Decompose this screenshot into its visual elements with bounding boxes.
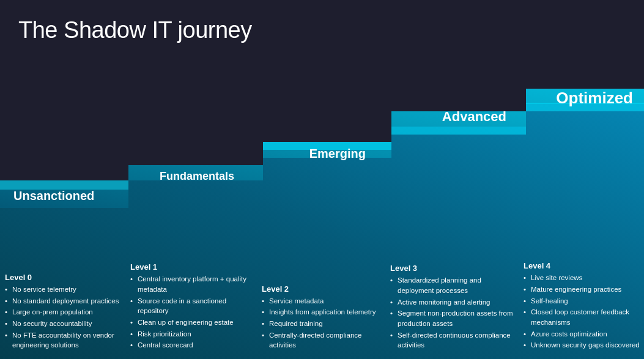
optimized-label: Optimized bbox=[556, 89, 633, 108]
level1-list: Central inventory platform + quality met… bbox=[130, 274, 253, 350]
list-item: Standardized planning and deployment pro… bbox=[390, 275, 519, 295]
list-item: Insights from application telemetry bbox=[262, 307, 381, 317]
list-item: Service metadata bbox=[262, 296, 381, 306]
level0-label: Level 0 bbox=[5, 273, 124, 282]
level2-label: Level 2 bbox=[262, 284, 381, 294]
list-item: Large on-prem population bbox=[5, 307, 124, 317]
list-item: Central inventory platform + quality met… bbox=[130, 274, 253, 294]
list-item: No security accountability bbox=[5, 319, 124, 329]
fundamentals-label: Fundamentals bbox=[160, 170, 234, 183]
level4-label: Level 4 bbox=[524, 261, 641, 270]
col-emerging: Level 2 Service metadata Insights from a… bbox=[262, 284, 381, 352]
list-item: Segment non-production assets from produ… bbox=[390, 308, 519, 328]
unsanctioned-label: Unsanctioned bbox=[13, 189, 94, 203]
level1-label: Level 1 bbox=[130, 262, 253, 272]
list-item: Risk prioritization bbox=[130, 329, 253, 339]
list-item: Self-directed continuous compliance acti… bbox=[390, 330, 519, 350]
col-advanced: Level 3 Standardized planning and deploy… bbox=[390, 264, 519, 352]
list-item: No FTE accountability on vendor engineer… bbox=[5, 330, 124, 350]
list-item: Closed loop customer feedback mechanisms bbox=[524, 307, 641, 327]
list-item: Clean up of engineering estate bbox=[130, 317, 253, 328]
page-title: The Shadow IT journey bbox=[18, 17, 252, 43]
list-item: Mature engineering practices bbox=[524, 284, 641, 295]
list-item: Unknown security gaps discovered bbox=[524, 340, 641, 350]
level3-list: Standardized planning and deployment pro… bbox=[390, 275, 519, 350]
list-item: Active monitoring and alerting bbox=[390, 297, 519, 308]
list-item: Source code in a sanctioned repository bbox=[130, 296, 253, 316]
col-unsanctioned: Level 0 No service telemetry No standard… bbox=[5, 273, 124, 352]
col-fundamentals: Level 1 Central inventory platform + qua… bbox=[130, 262, 253, 352]
level2-list: Service metadata Insights from applicati… bbox=[262, 296, 381, 350]
col-optimized: Level 4 Live site reviews Mature enginee… bbox=[524, 261, 641, 352]
list-item: No service telemetry bbox=[5, 284, 124, 295]
emerging-label: Emerging bbox=[309, 147, 366, 161]
list-item: Central scorecard bbox=[130, 340, 253, 350]
list-item: Centrally-directed compliance activities bbox=[262, 330, 381, 350]
advanced-label: Advanced bbox=[442, 109, 506, 125]
list-item: Azure costs optimization bbox=[524, 329, 641, 339]
list-item: Self-healing bbox=[524, 296, 641, 306]
level4-list: Live site reviews Mature engineering pra… bbox=[524, 273, 641, 350]
list-item: Live site reviews bbox=[524, 273, 641, 283]
list-item: Required training bbox=[262, 319, 381, 329]
level0-list: No service telemetry No standard deploym… bbox=[5, 284, 124, 350]
list-item: No standard deployment practices bbox=[5, 296, 124, 306]
level3-label: Level 3 bbox=[390, 264, 519, 273]
